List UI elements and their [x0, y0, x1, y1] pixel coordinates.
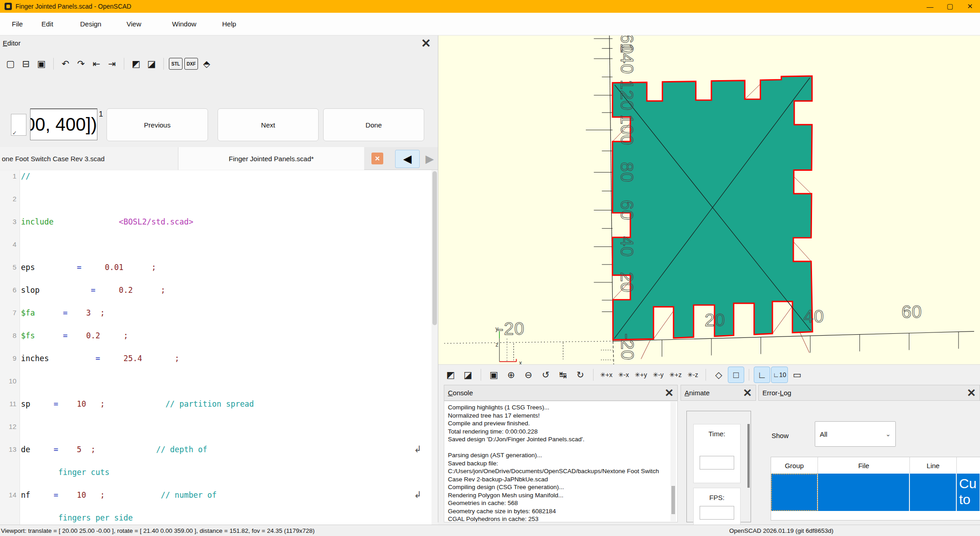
- errorlog-close-icon[interactable]: ✕: [963, 387, 980, 399]
- orthogonal-icon[interactable]: □: [728, 367, 744, 383]
- column-header-line[interactable]: Line: [910, 457, 957, 474]
- indent-icon[interactable]: ⇥: [104, 56, 120, 72]
- animate-dock-header[interactable]: Animate ✕: [680, 385, 756, 401]
- column-header-file[interactable]: File: [818, 457, 910, 474]
- time-input[interactable]: [700, 456, 734, 470]
- open-file-icon[interactable]: ⊟: [18, 56, 34, 72]
- show-scale-markers-icon[interactable]: ∟10: [771, 367, 788, 383]
- show-filter-dropdown[interactable]: All ⌄: [815, 421, 896, 447]
- code-line[interactable]: 7$fa = 3 ;: [0, 307, 432, 330]
- column-header-message[interactable]: [957, 457, 980, 474]
- redo-icon[interactable]: ↷: [73, 56, 89, 72]
- code-scrollbar[interactable]: [432, 170, 438, 536]
- title-bar[interactable]: Finger Jointed Panels.scad - OpenSCAD — …: [0, 0, 980, 13]
- rotate-view-icon[interactable]: ↻: [572, 367, 589, 383]
- view-minus-x-icon[interactable]: ✳-x: [615, 367, 632, 383]
- code-line[interactable]: 14nf = 10 ; // number of↲: [0, 489, 432, 512]
- view-minus-y-icon[interactable]: ✳-y: [650, 367, 666, 383]
- code-line[interactable]: 3include <BOSL2/std.scad>: [0, 216, 432, 239]
- menu-file[interactable]: File: [9, 13, 25, 36]
- tab-finger-jointed-panels[interactable]: Finger Jointed Panels.scad*: [178, 147, 364, 170]
- menu-design[interactable]: Design: [77, 13, 104, 36]
- code-line[interactable]: 12: [0, 421, 432, 444]
- preview-icon[interactable]: ◩: [128, 56, 144, 72]
- perspective-icon[interactable]: ◇: [711, 367, 727, 383]
- viewport-toolbar: ◩◪▣⊕⊖↺↹↻✳+x✳-x✳+y✳-y✳+z✳-z◇□∟∟10▭: [438, 364, 980, 385]
- code-line[interactable]: 6slop = 0.2 ;: [0, 284, 432, 307]
- animate-close-icon[interactable]: ✕: [739, 387, 756, 399]
- console-close-icon[interactable]: ✕: [661, 387, 677, 399]
- view-preview-icon[interactable]: ◩: [442, 367, 459, 383]
- tab-scroll-left-icon[interactable]: ◀: [395, 150, 420, 168]
- code-scrollbar-thumb[interactable]: [432, 171, 437, 325]
- view-minus-z-icon[interactable]: ✳-z: [685, 367, 701, 383]
- code-editor[interactable]: 1//23include <BOSL2/std.scad>45eps = 0.0…: [0, 170, 438, 536]
- export-stl-icon[interactable]: STL: [169, 58, 183, 70]
- code-line[interactable]: finger cuts: [0, 466, 432, 489]
- toolbar-separator: [593, 369, 594, 381]
- zoom-all-icon[interactable]: ▣: [486, 367, 502, 383]
- editor-close-icon[interactable]: ✕: [417, 36, 435, 52]
- console-scrollbar-thumb[interactable]: [671, 486, 675, 514]
- tab-scroll-right-icon[interactable]: ▶: [421, 150, 438, 168]
- show-axes-icon[interactable]: ∟: [754, 367, 770, 383]
- reset-view-icon[interactable]: ↺: [538, 367, 554, 383]
- zoom-distance-icon[interactable]: ↹: [555, 367, 571, 383]
- errorlog-selected-row[interactable]: Cu to: [771, 474, 980, 511]
- menu-window[interactable]: Window: [169, 13, 199, 36]
- errorlog-cell[interactable]: [771, 474, 818, 511]
- x-axis-label: 20: [705, 310, 725, 330]
- new-file-icon[interactable]: ▢: [3, 56, 18, 72]
- tab-foot-switch-case[interactable]: one Foot Switch Case Rev 3.scad: [0, 147, 178, 170]
- view-plus-z-icon[interactable]: ✳+z: [667, 367, 684, 383]
- errorlog-dock-header[interactable]: Error-Log ✕: [758, 385, 980, 401]
- errorlog-cell[interactable]: [818, 474, 910, 511]
- animate-panel: Time: FPS:: [680, 401, 756, 522]
- done-button[interactable]: Done: [323, 108, 424, 141]
- minimize-button[interactable]: —: [920, 0, 940, 13]
- previous-button[interactable]: Previous: [107, 108, 208, 141]
- find-options-checkbox[interactable]: ✓: [11, 114, 26, 136]
- render-icon[interactable]: ◪: [144, 56, 159, 72]
- origin-axis-label: x: [519, 359, 522, 364]
- send-to-print-icon[interactable]: ⬘: [199, 56, 214, 72]
- code-line[interactable]: 8$fs = 0.2 ;: [0, 330, 432, 352]
- line-number: 14: [0, 489, 16, 501]
- code-line[interactable]: 11sp = 10 ; // partition spread: [0, 398, 432, 421]
- animate-scrollbar[interactable]: [747, 424, 750, 488]
- view-plus-y-icon[interactable]: ✳+y: [633, 367, 649, 383]
- menu-edit[interactable]: Edit: [39, 13, 56, 36]
- unindent-icon[interactable]: ⇤: [89, 56, 104, 72]
- console-scrollbar[interactable]: [670, 402, 676, 521]
- tab-close-icon[interactable]: ✕: [371, 153, 383, 164]
- console-dock-header[interactable]: Console ✕: [444, 385, 678, 401]
- code-line[interactable]: 2: [0, 193, 432, 216]
- editor-dock-header[interactable]: Editor ✕: [0, 36, 438, 52]
- undo-icon[interactable]: ↶: [58, 56, 73, 72]
- next-button[interactable]: Next: [218, 108, 319, 141]
- code-line[interactable]: 9inches = 25.4 ;: [0, 352, 432, 375]
- zoom-out-icon[interactable]: ⊖: [520, 367, 537, 383]
- fps-input[interactable]: [700, 506, 734, 520]
- code-line[interactable]: 5eps = 0.01 ;: [0, 261, 432, 284]
- code-line[interactable]: 1//: [0, 170, 432, 193]
- menu-view[interactable]: View: [124, 13, 144, 36]
- close-button[interactable]: ✕: [960, 0, 980, 13]
- code-line[interactable]: 10: [0, 375, 432, 398]
- view-all-icon[interactable]: ▭: [789, 367, 805, 383]
- code-line[interactable]: 4: [0, 239, 432, 261]
- view-plus-x-icon[interactable]: ✳+x: [598, 367, 614, 383]
- zoom-in-icon[interactable]: ⊕: [503, 367, 519, 383]
- maximize-button[interactable]: ▢: [940, 0, 960, 13]
- menu-help[interactable]: Help: [219, 13, 239, 36]
- find-input[interactable]: 00, 400]): [30, 108, 97, 140]
- code-line[interactable]: 13de = 5 ; // depth of↲: [0, 444, 432, 466]
- errorlog-cell[interactable]: [910, 474, 957, 511]
- x-axis-label: 60: [901, 302, 922, 322]
- view-render-icon[interactable]: ◪: [460, 367, 476, 383]
- export-dxf-icon[interactable]: DXF: [184, 58, 198, 70]
- save-icon[interactable]: ▣: [34, 56, 49, 72]
- column-header-group[interactable]: Group: [771, 457, 818, 474]
- code-text: inches = 25.4 ;: [21, 352, 179, 364]
- 3d-viewport[interactable]: 16014012010080604020-20-20204060yzx: [438, 36, 980, 364]
